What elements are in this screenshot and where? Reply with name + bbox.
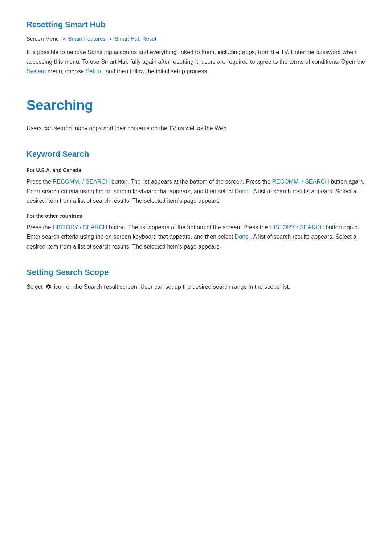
resetting-body-text: It is possible to remove Samsung account… bbox=[26, 49, 365, 65]
breadcrumb-prefix: Screen Menu bbox=[26, 36, 59, 42]
scope-body-start: Select bbox=[26, 284, 42, 290]
usa-body-mid1: button. The list appears at the bottom o… bbox=[111, 178, 270, 185]
keyword-search-title: Keyword Search bbox=[26, 148, 366, 160]
keyword-search-section: Keyword Search For U.S.A. and Canada Pre… bbox=[26, 148, 366, 251]
breadcrumb-link-smart-features[interactable]: Smart Features bbox=[68, 36, 105, 42]
breadcrumb-link-smart-hub-reset[interactable]: Smart Hub Reset bbox=[115, 36, 156, 42]
resetting-title: Resetting Smart Hub bbox=[26, 18, 366, 31]
usa-highlight1: RECOMM. / SEARCH bbox=[53, 178, 110, 185]
other-highlight2: HISTORY / SEARCH bbox=[269, 224, 324, 230]
setting-search-scope-body: Select icon on the Search result screen.… bbox=[26, 282, 366, 292]
gear-icon bbox=[45, 284, 52, 291]
system-link[interactable]: System bbox=[26, 68, 46, 74]
resetting-body: It is possible to remove Samsung account… bbox=[26, 48, 366, 76]
setting-search-scope-title: Setting Search Scope bbox=[26, 266, 366, 279]
resetting-body-middle: menu, choose bbox=[48, 68, 84, 74]
resetting-smart-hub-section: Resetting Smart Hub Screen Menu > Smart … bbox=[26, 18, 366, 76]
other-body: Press the HISTORY / SEARCH button. The l… bbox=[26, 223, 366, 251]
searching-section: Searching Users can search many apps and… bbox=[26, 94, 366, 133]
usa-heading: For U.S.A. and Canada bbox=[26, 166, 366, 174]
resetting-body-end: , and then follow the initial setup proc… bbox=[102, 68, 209, 74]
usa-highlight3: Done bbox=[235, 188, 249, 194]
other-highlight3: Done bbox=[235, 234, 249, 240]
usa-body: Press the RECOMM. / SEARCH button. The l… bbox=[26, 177, 366, 206]
searching-intro: Users can search many apps and their con… bbox=[26, 124, 366, 133]
breadcrumb-sep1: > bbox=[62, 36, 65, 42]
other-heading: For the other countries bbox=[26, 212, 366, 220]
breadcrumb: Screen Menu > Smart Features > Smart Hub… bbox=[26, 34, 366, 43]
breadcrumb-sep2: > bbox=[109, 36, 112, 42]
setup-link[interactable]: Setup bbox=[86, 68, 101, 74]
scope-body-end: icon on the Search result screen. User c… bbox=[54, 284, 290, 290]
searching-title: Searching bbox=[26, 94, 366, 116]
other-highlight1: HISTORY / SEARCH bbox=[53, 224, 107, 230]
other-body-start: Press the bbox=[26, 224, 51, 230]
usa-highlight2: RECOMM. / SEARCH bbox=[272, 178, 329, 185]
setting-search-scope-section: Setting Search Scope Select icon on the … bbox=[26, 266, 366, 292]
usa-body-start: Press the bbox=[26, 178, 51, 185]
other-body-mid1: button. The list appears at the bottom o… bbox=[109, 224, 268, 230]
